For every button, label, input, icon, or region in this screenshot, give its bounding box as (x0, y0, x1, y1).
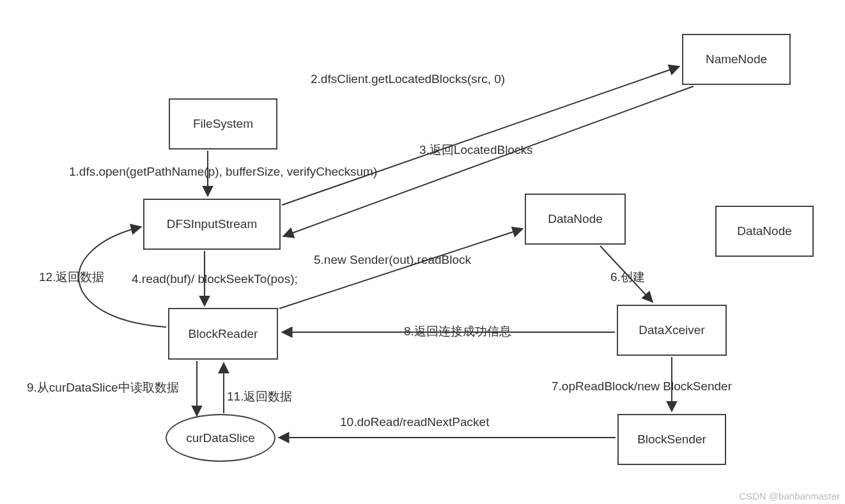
edge-label-4: 4.read(buf)/ blockSeekTo(pos); (132, 272, 298, 286)
node-datanode-1: DataNode (525, 194, 626, 245)
edge-label-3: 3.返回LocatedBlocks (419, 142, 532, 158)
edge-label-9: 9.从curDataSlice中读取数据 (27, 379, 179, 396)
edge-label-1: 1.dfs.open(getPathName(p), bufferSize, v… (69, 165, 377, 179)
node-blocksender: BlockSender (617, 414, 726, 465)
node-dfsinputstream: DFSInputStream (143, 199, 281, 250)
edge-3 (283, 86, 694, 236)
node-blockreader-label: BlockReader (189, 327, 258, 341)
node-datanode-1-label: DataNode (548, 212, 603, 226)
node-datanode-2: DataNode (715, 206, 814, 257)
edge-label-2: 2.dfsClient.getLocatedBlocks(src, 0) (311, 72, 505, 86)
node-namenode-label: NameNode (706, 52, 767, 66)
watermark: CSDN @banbanmaster (739, 491, 840, 501)
node-datanode-2-label: DataNode (737, 224, 792, 238)
node-dataxceiver-label: DataXceiver (639, 323, 705, 337)
node-filesystem-label: FileSystem (193, 117, 253, 131)
edge-5 (279, 229, 523, 309)
node-curdataslice: curDataSlice (166, 414, 275, 462)
edge-label-12: 12.返回数据 (39, 269, 104, 286)
node-blocksender-label: BlockSender (637, 432, 706, 447)
node-curdataslice-label: curDataSlice (186, 431, 255, 445)
node-namenode: NameNode (682, 34, 791, 85)
node-blockreader: BlockReader (168, 308, 278, 360)
edge-label-5: 5.new Sender(out).readBlock (314, 253, 471, 267)
edge-label-7: 7.opReadBlock/new BlockSender (552, 379, 732, 393)
edge-label-8: 8.返回连接成功信息 (404, 323, 511, 340)
edge-label-11: 11.返回数据 (227, 388, 292, 405)
node-filesystem: FileSystem (169, 98, 277, 149)
edge-label-10: 10.doRead/readNextPacket (340, 415, 489, 429)
node-dfsinputstream-label: DFSInputStream (167, 217, 258, 231)
edge-label-6: 6.创建 (610, 269, 645, 286)
node-dataxceiver: DataXceiver (617, 305, 727, 356)
edge-2 (282, 66, 679, 205)
